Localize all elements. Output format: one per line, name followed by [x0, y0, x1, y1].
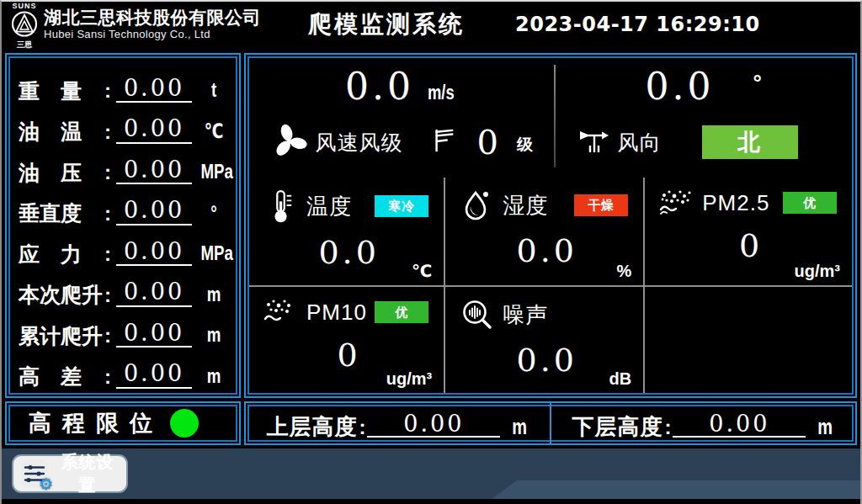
wind-speed-section: 0.0 m/s — [249, 58, 554, 178]
lower-height-label: 下层高度 — [572, 416, 662, 438]
env-cell-humidity: 湿度 干燥 0.0 % — [444, 178, 643, 285]
metric-value: 0.00 — [116, 158, 192, 184]
metric-row-verticality: 垂直度: 0.00 ° — [19, 187, 231, 225]
upper-height-item: 上层高度: 0.00 m — [246, 403, 550, 443]
metric-value: 0.00 — [116, 240, 192, 266]
colon: : — [359, 417, 365, 438]
upper-height-unit: m — [513, 416, 528, 438]
colon: : — [104, 365, 111, 389]
metric-row-oil-temp: 油 温: 0.00 ℃ — [19, 105, 231, 144]
suns-logo-icon — [8, 10, 40, 40]
heights-panel: 上层高度: 0.00 m 下层高度: 0.00 m — [244, 401, 857, 445]
environment-grid: 温度 寒冷 0.0 ℃ — [249, 178, 852, 393]
cell-value: 0 — [658, 230, 843, 262]
company-name-cn: 湖北三思科技股份有限公司 — [44, 8, 261, 27]
metric-unit: MPa — [200, 160, 226, 184]
cell-label: 噪声 — [503, 300, 548, 330]
company-name-en: Hubei Sansi Technology Co., Ltd — [44, 29, 261, 40]
wind-row: 0.0 m/s — [249, 58, 852, 178]
wind-direction-badge: 北 — [702, 125, 798, 159]
metric-label: 垂直度 — [19, 202, 104, 225]
metric-label: 应 力 — [19, 243, 104, 267]
metric-label: 重 量 — [19, 80, 104, 103]
metric-row-total-climb: 累计爬升: 0.00 m — [19, 309, 231, 347]
lower-height-unit: m — [818, 416, 833, 438]
metric-label: 累计爬升 — [19, 325, 104, 348]
temperature-status-badge: 寒冷 — [375, 195, 428, 217]
cell-label: PM10 — [306, 300, 367, 326]
sliders-settings-icon: ⚙ — [20, 459, 49, 488]
metric-value: 0.00 — [116, 117, 192, 143]
logo-bottom-text: 三思 — [17, 41, 32, 49]
env-cell-pm10: PM10 优 0 ug/m³ — [249, 285, 444, 393]
colon: : — [104, 161, 111, 184]
upper-height-value: 0.00 — [367, 412, 500, 438]
wind-direction-section: 0.0 ° — [556, 58, 852, 178]
elevation-limit-status-light — [170, 409, 199, 438]
particles-icon — [263, 297, 300, 327]
metric-value: 0.00 — [116, 280, 192, 306]
env-cell-pm25: PM2.5 优 0 ug/m³ — [643, 178, 852, 285]
wind-direction-value: 0.0 — [646, 68, 715, 105]
droplet-icon — [459, 188, 496, 223]
header: SUNS 三思 湖北三思科技股份有限公司 Hubei Sansi Technol… — [2, 2, 860, 47]
metric-unit: t — [200, 78, 226, 103]
metric-value: 0.00 — [116, 199, 192, 225]
cell-label: 温度 — [306, 192, 352, 221]
pm25-status-badge: 优 — [783, 192, 837, 214]
cell-unit: dB — [609, 369, 632, 389]
metric-label: 油 温 — [19, 120, 104, 144]
metric-unit: m — [200, 323, 226, 347]
cell-label: 湿度 — [503, 191, 548, 220]
wind-level-icon — [432, 127, 455, 157]
cell-value: 0.0 — [459, 235, 635, 267]
noise-meter-icon — [459, 297, 496, 332]
env-cell-noise: 噪声 0.0 dB — [444, 285, 643, 393]
cell-value: 0 — [263, 339, 435, 371]
company-logo: SUNS 三思 — [8, 3, 40, 49]
lower-height-item: 下层高度: 0.00 m — [551, 403, 855, 443]
wind-direction-label: 风向 — [618, 129, 662, 157]
lower-height-value: 0.00 — [673, 412, 806, 438]
metric-label: 本次爬升 — [19, 284, 104, 307]
colon: : — [104, 202, 111, 225]
metric-unit: ℃ — [200, 119, 226, 144]
wind-level-value: 0 — [477, 125, 498, 159]
cell-unit: ug/m³ — [795, 262, 840, 281]
colon: : — [664, 417, 671, 438]
metric-unit: ° — [200, 201, 226, 225]
metric-value: 0.00 — [116, 77, 192, 103]
env-cell-empty — [643, 285, 852, 393]
fan-icon — [270, 121, 309, 163]
cell-label: PM2.5 — [702, 190, 769, 216]
metric-unit: MPa — [200, 241, 226, 266]
colon: : — [104, 79, 111, 103]
cell-value: 0.0 — [263, 236, 435, 268]
cell-unit: ℃ — [412, 261, 432, 281]
colon: : — [104, 242, 111, 266]
wind-direction-unit: ° — [753, 70, 762, 96]
footer-accent-shape — [492, 480, 860, 499]
cell-unit: % — [616, 262, 631, 281]
colon: : — [104, 324, 111, 347]
metric-row-current-climb: 本次爬升: 0.00 m — [19, 268, 231, 307]
metric-unit: m — [200, 283, 226, 307]
settings-button-label: 系统设置 — [56, 451, 120, 496]
colon: : — [104, 284, 111, 307]
wind-vane-icon — [577, 125, 611, 160]
elevation-limit-panel: 高程限位 — [5, 401, 241, 445]
upper-height-label: 上层高度 — [266, 416, 357, 438]
particles-icon — [658, 188, 695, 218]
elevation-limit-label: 高程限位 — [29, 408, 163, 438]
system-settings-button[interactable]: ⚙ 系统设置 — [12, 454, 128, 493]
metric-row-stress: 应 力: 0.00 MPa — [19, 227, 231, 266]
metric-value: 0.00 — [116, 321, 192, 347]
monitor-screen: SUNS 三思 湖北三思科技股份有限公司 Hubei Sansi Technol… — [0, 0, 862, 504]
footer-bar: ⚙ 系统设置 — [2, 448, 860, 499]
env-cell-temperature: 温度 寒冷 0.0 ℃ — [249, 178, 444, 285]
metric-row-weight: 重 量: 0.00 t — [19, 64, 231, 103]
metrics-panel: 重 量: 0.00 t 油 温: 0.00 ℃ 油 压: 0.00 MPa 垂直… — [5, 53, 241, 398]
wind-speed-unit: m/s — [428, 82, 455, 104]
cell-unit: ug/m³ — [386, 369, 432, 389]
environment-panel: 0.0 m/s — [244, 53, 857, 398]
